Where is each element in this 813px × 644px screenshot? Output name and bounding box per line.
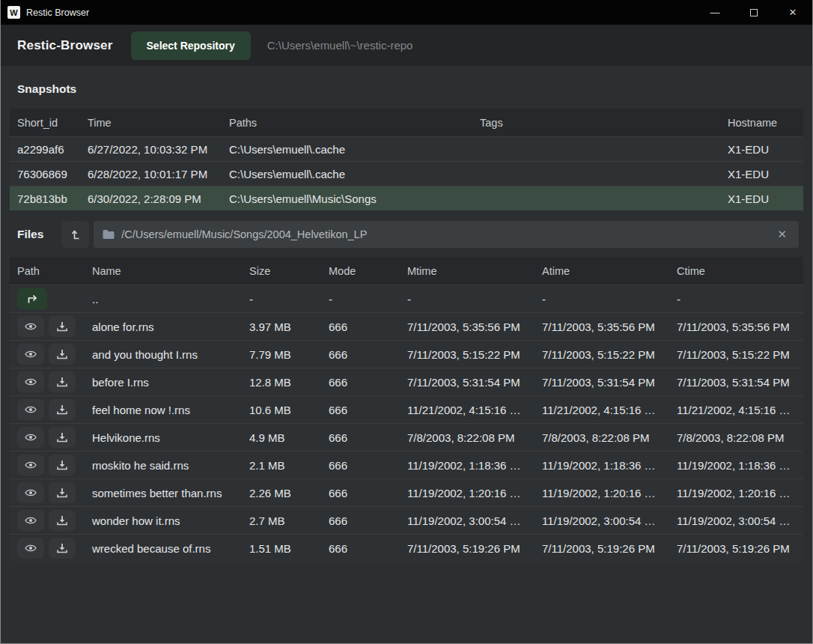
file-row: wrecked because of.rns 1.51 MB 666 7/11/… <box>10 534 803 562</box>
file-mtime: 11/19/2002, 1:20:16 … <box>407 487 542 499</box>
preview-file-button[interactable] <box>17 344 44 365</box>
file-ctime: 11/19/2002, 1:18:36 … <box>677 459 803 472</box>
file-name: Helvikone.rns <box>92 431 249 444</box>
snapshot-paths: C:\Users\emuell\.cache <box>229 168 480 180</box>
download-icon <box>55 541 69 555</box>
download-file-button[interactable] <box>49 482 76 503</box>
column-mtime: Mtime <box>407 265 542 277</box>
app-logo-icon: W <box>7 6 20 19</box>
snapshot-row[interactable]: a2299af6 6/27/2022, 10:03:32 PM C:\Users… <box>10 136 803 161</box>
file-row: sometimes better than.rns 2.26 MB 666 11… <box>10 479 803 506</box>
file-row: alone for.rns 3.97 MB 666 7/11/2003, 5:3… <box>10 312 803 340</box>
maximize-icon <box>750 9 758 16</box>
enter-parent-button[interactable] <box>17 288 47 309</box>
column-mode: Mode <box>329 265 407 277</box>
preview-file-button[interactable] <box>17 482 44 503</box>
file-name: moskito he said.rns <box>92 459 249 472</box>
download-file-button[interactable] <box>49 427 76 448</box>
file-row: before I.rns 12.8 MB 666 7/11/2003, 5:31… <box>10 368 803 395</box>
download-icon <box>55 514 69 527</box>
file-row: feel home now !.rns 10.6 MB 666 11/21/20… <box>10 395 803 423</box>
download-file-button[interactable] <box>49 510 76 531</box>
file-mode: 666 <box>329 514 407 527</box>
download-icon <box>55 320 69 333</box>
download-file-button[interactable] <box>49 455 76 476</box>
download-file-button[interactable] <box>49 344 76 365</box>
file-ctime: 11/19/2002, 1:20:16 … <box>677 487 803 499</box>
file-mtime: 7/11/2003, 5:31:54 PM <box>407 376 542 389</box>
preview-file-button[interactable] <box>17 455 44 476</box>
eye-icon <box>24 431 37 444</box>
file-ctime: 7/11/2003, 5:31:54 PM <box>677 376 803 389</box>
download-icon <box>55 486 69 499</box>
file-size: 2.7 MB <box>249 514 329 527</box>
snapshot-hostname: X1-EDU <box>728 192 803 205</box>
column-paths: Paths <box>229 117 480 129</box>
file-name: sometimes better than.rns <box>92 487 249 499</box>
file-mtime: 7/11/2003, 5:19:26 PM <box>407 542 542 555</box>
file-ctime: - <box>677 293 803 306</box>
file-mtime: 7/11/2003, 5:35:56 PM <box>407 321 542 333</box>
download-icon <box>55 458 69 472</box>
file-size: 7.79 MB <box>249 348 329 361</box>
maximize-button[interactable] <box>734 0 773 25</box>
minimize-button[interactable]: — <box>695 0 734 25</box>
file-row: wonder how it.rns 2.7 MB 666 11/19/2002,… <box>10 506 803 534</box>
parent-directory-button[interactable] <box>61 221 89 248</box>
preview-file-button[interactable] <box>17 427 44 448</box>
file-name: and you thought I.rns <box>92 348 249 361</box>
column-time: Time <box>88 117 229 129</box>
column-hostname: Hostname <box>728 117 803 129</box>
file-size: - <box>249 293 329 306</box>
snapshot-hostname: X1-EDU <box>728 143 803 156</box>
snapshot-time: 6/27/2022, 10:03:32 PM <box>88 143 229 156</box>
file-atime: 11/19/2002, 3:00:54 … <box>542 514 677 527</box>
download-file-button[interactable] <box>49 399 76 420</box>
column-size: Size <box>249 265 329 277</box>
download-file-button[interactable] <box>49 316 76 337</box>
app-window: W Restic Browser — ✕ Restic-Browser Sele… <box>0 0 813 644</box>
file-atime: 7/11/2003, 5:31:54 PM <box>542 376 677 389</box>
download-icon <box>55 375 69 389</box>
select-repository-button[interactable]: Select Repository <box>131 31 251 60</box>
file-mode: 666 <box>329 321 407 333</box>
snapshot-row[interactable]: 72b813bb 6/30/2022, 2:28:09 PM C:\Users\… <box>10 186 803 210</box>
level-up-icon <box>69 228 82 241</box>
file-atime: 11/19/2002, 1:20:16 … <box>542 487 677 499</box>
file-mode: - <box>329 293 407 306</box>
snapshot-time: 6/30/2022, 2:28:09 PM <box>88 192 229 205</box>
download-file-button[interactable] <box>49 371 76 392</box>
file-atime: 7/11/2003, 5:15:22 PM <box>542 348 677 361</box>
file-name: before I.rns <box>92 376 249 389</box>
file-mtime: 11/19/2002, 1:18:36 … <box>407 459 542 472</box>
file-atime: 7/8/2003, 8:22:08 PM <box>542 431 677 444</box>
preview-file-button[interactable] <box>17 316 44 337</box>
file-mode: 666 <box>329 542 407 555</box>
file-size: 2.26 MB <box>249 487 329 499</box>
column-tags: Tags <box>480 117 728 129</box>
file-size: 1.51 MB <box>249 542 329 555</box>
snapshot-short-id: a2299af6 <box>17 143 88 156</box>
eye-icon <box>24 320 37 333</box>
file-atime: - <box>542 293 677 306</box>
clear-path-icon[interactable]: ✕ <box>774 228 790 241</box>
snapshot-paths: C:\Users\emuell\.cache <box>229 143 480 156</box>
download-file-button[interactable] <box>49 538 76 559</box>
preview-file-button[interactable] <box>17 371 44 392</box>
download-icon <box>55 347 69 361</box>
close-button[interactable]: ✕ <box>773 0 812 25</box>
preview-file-button[interactable] <box>17 399 44 420</box>
file-name: .. <box>92 293 249 306</box>
current-path-field[interactable]: /C/Users/emuell/Music/Songs/2004_Helveti… <box>94 221 799 248</box>
file-mtime: 7/11/2003, 5:15:22 PM <box>407 348 542 361</box>
preview-file-button[interactable] <box>17 510 44 531</box>
column-name: Name <box>92 265 249 277</box>
snapshot-row[interactable]: 76306869 6/28/2022, 10:01:17 PM C:\Users… <box>10 161 803 186</box>
snapshots-table-header: Short_id Time Paths Tags Hostname <box>10 109 803 136</box>
file-ctime: 7/11/2003, 5:35:56 PM <box>677 321 803 333</box>
preview-file-button[interactable] <box>17 538 44 559</box>
file-name: feel home now !.rns <box>92 404 249 416</box>
snapshots-table: Short_id Time Paths Tags Hostname a2299a… <box>10 109 803 210</box>
eye-icon <box>24 486 37 499</box>
snapshots-heading: Snapshots <box>17 82 812 96</box>
